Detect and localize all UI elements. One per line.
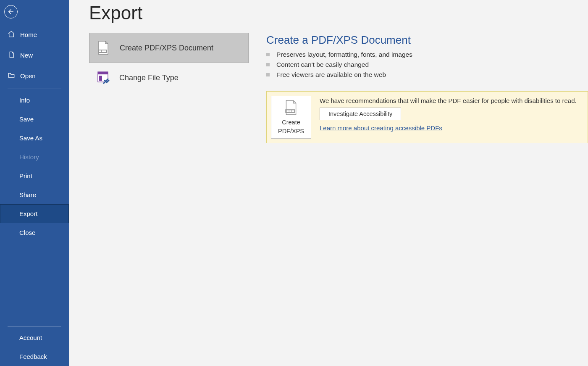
bullet-icon [266, 73, 270, 76]
sidebar-item-share[interactable]: Share [0, 185, 69, 204]
sidebar-item-account[interactable]: Account [0, 328, 69, 347]
details-bullet: Content can't be easily changed [266, 61, 588, 68]
option-create-pdf-xps[interactable]: Create PDF/XPS Document [89, 33, 249, 63]
page-title: Export [89, 3, 588, 24]
new-file-icon [8, 51, 15, 60]
sidebar-divider [8, 89, 61, 89]
button-label-line1: Create [282, 119, 300, 126]
sidebar-item-label: Export [19, 210, 37, 217]
svg-rect-4 [104, 50, 106, 52]
sidebar-item-history: History [0, 147, 69, 166]
backstage-sidebar: Home New Open Info Save Save As History … [0, 0, 69, 366]
sidebar-item-label: Account [19, 334, 42, 341]
svg-rect-11 [292, 111, 294, 112]
option-change-file-type[interactable]: Change File Type [89, 63, 249, 92]
sidebar-item-label: New [20, 52, 33, 59]
sidebar-item-save-as[interactable]: Save As [0, 129, 69, 147]
create-pdf-xps-button[interactable]: Create PDF/XPS [271, 96, 311, 139]
button-label-line2: PDF/XPS [278, 128, 304, 135]
export-option-list: Create PDF/XPS Document Change File Type [89, 33, 249, 143]
option-label: Change File Type [119, 74, 178, 82]
sidebar-item-close[interactable]: Close [0, 223, 69, 242]
sidebar-item-label: History [19, 153, 39, 161]
export-columns: Create PDF/XPS Document Change File Type… [89, 33, 588, 143]
sidebar-item-label: Save [19, 116, 34, 123]
sidebar-item-label: Save As [19, 134, 42, 142]
sidebar-item-label: Print [19, 172, 32, 179]
bullet-icon [266, 53, 270, 56]
investigate-accessibility-button[interactable]: Investigate Accessibility [320, 108, 401, 120]
svg-rect-6 [98, 72, 108, 74]
sidebar-item-label: Feedback [19, 353, 47, 360]
svg-rect-9 [286, 111, 289, 112]
svg-rect-3 [102, 50, 104, 52]
sidebar-item-label: Info [19, 97, 30, 104]
open-folder-icon [8, 71, 15, 80]
sidebar-item-feedback[interactable]: Feedback [0, 347, 69, 366]
bullet-icon [266, 63, 270, 66]
sidebar-item-new[interactable]: New [0, 45, 69, 66]
sidebar-item-label: Share [19, 191, 36, 198]
back-button[interactable] [4, 5, 18, 18]
svg-rect-7 [99, 76, 102, 81]
sidebar-item-info[interactable]: Info [0, 91, 69, 110]
sidebar-item-save[interactable]: Save [0, 110, 69, 129]
pdf-document-icon [96, 40, 110, 56]
option-label: Create PDF/XPS Document [120, 44, 213, 53]
sidebar-item-home[interactable]: Home [0, 24, 69, 45]
learn-more-link[interactable]: Learn more about creating accessible PDF… [320, 124, 442, 132]
export-details: Create a PDF/XPS Document Preserves layo… [266, 33, 588, 143]
sidebar-item-print[interactable]: Print [0, 166, 69, 185]
details-heading: Create a PDF/XPS Document [266, 34, 588, 47]
sidebar-divider [8, 326, 61, 327]
bullet-text: Free viewers are available on the web [276, 71, 386, 79]
svg-rect-10 [289, 111, 291, 112]
sidebar-item-label: Close [19, 229, 35, 236]
change-file-type-icon [96, 70, 110, 86]
details-bullet-list: Preserves layout, formatting, fonts, and… [266, 51, 588, 79]
home-icon [8, 30, 15, 39]
export-pane: Export Create PDF/XPS Document [69, 0, 588, 366]
sidebar-item-export[interactable]: Export [0, 204, 69, 223]
arrow-left-icon [7, 8, 15, 16]
accessibility-callout: Create PDF/XPS We have recommendations t… [266, 91, 588, 143]
sidebar-item-label: Home [20, 31, 37, 38]
details-bullet: Preserves layout, formatting, fonts, and… [266, 51, 588, 58]
bullet-text: Content can't be easily changed [276, 61, 369, 68]
sidebar-item-label: Open [20, 72, 36, 79]
pdf-document-icon [284, 100, 298, 117]
callout-body: We have recommendations that will make t… [320, 96, 583, 132]
sidebar-item-open[interactable]: Open [0, 66, 69, 86]
svg-rect-2 [99, 50, 101, 52]
details-bullet: Free viewers are available on the web [266, 71, 588, 79]
callout-message: We have recommendations that will make t… [320, 97, 583, 104]
bullet-text: Preserves layout, formatting, fonts, and… [276, 51, 412, 58]
